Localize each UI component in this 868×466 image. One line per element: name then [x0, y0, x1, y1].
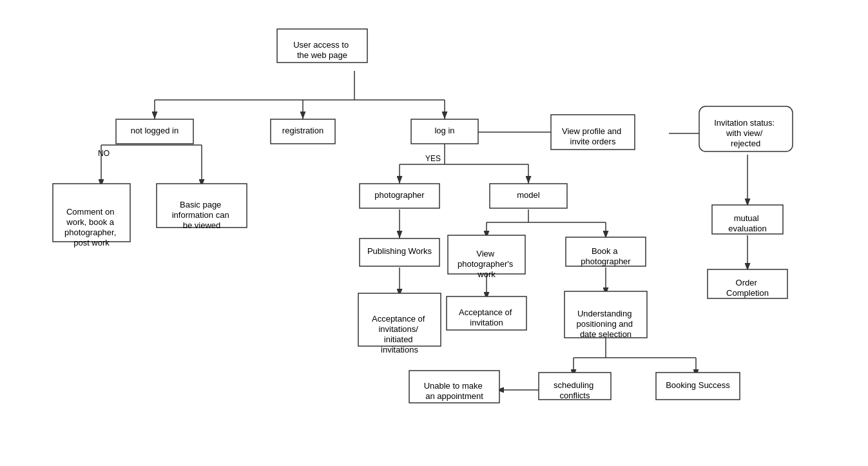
node-photographer-label: photographer — [374, 190, 425, 200]
node-model-label: model — [517, 190, 540, 200]
node-booking-success-label: Booking Success — [666, 380, 730, 390]
label-yes: YES — [425, 154, 441, 163]
node-publishing-works-label: Publishing Works — [367, 246, 432, 256]
node-log-in-label: log in — [434, 126, 454, 135]
node-view-profile-label: View profile and invite orders — [562, 126, 624, 146]
flowchart-svg: User access to the web page not logged i… — [0, 0, 868, 466]
node-understanding-label: Understanding positioning and date selec… — [576, 309, 635, 339]
node-user-access-label: User access to the web page — [293, 40, 351, 60]
node-mutual-evaluation-label: mutual evaluation — [728, 213, 766, 233]
node-scheduling-conflicts-label: scheduling conflicts — [554, 380, 596, 400]
label-no: NO — [98, 149, 110, 158]
node-registration-label: registration — [282, 126, 323, 135]
node-not-logged-in-label: not logged in — [131, 126, 178, 135]
node-unable-appointment-label: Unable to make an appointment — [424, 381, 485, 401]
diagram-container: User access to the web page not logged i… — [0, 0, 868, 466]
